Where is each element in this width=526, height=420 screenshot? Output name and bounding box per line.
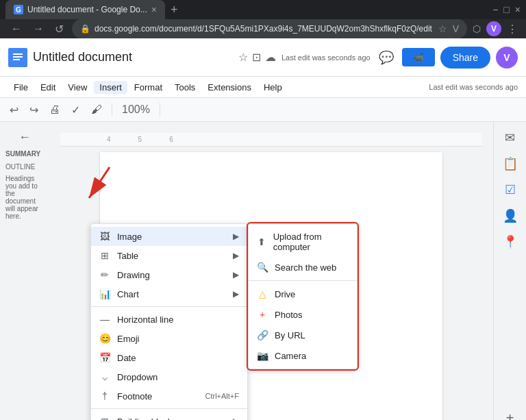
redo-button[interactable]: ↪ (25, 101, 42, 119)
bookmark-icon[interactable]: ☆ (438, 23, 447, 34)
tab-close-button[interactable]: × (151, 4, 157, 15)
last-edit-status: Last edit was seconds ago (429, 83, 518, 91)
meet-icon: 📹 (413, 52, 424, 62)
menu-item-image[interactable]: 🖼 Image ▶ (91, 227, 247, 246)
menu-item-drawing[interactable]: ✏ Drawing ▶ (91, 265, 247, 284)
submenu-drive[interactable]: △ Drive (249, 284, 357, 304)
share-button[interactable]: Share (440, 47, 490, 69)
forward-button[interactable]: → (30, 21, 47, 36)
table-arrow-icon: ▶ (233, 251, 239, 260)
new-tab-button[interactable]: + (171, 3, 178, 17)
menu-item-emoji[interactable]: 😊 Emoji (91, 329, 247, 348)
url-label: By URL (275, 330, 305, 341)
submenu-url[interactable]: 🔗 By URL (249, 325, 357, 345)
tasks-icon[interactable]: ☑ (502, 180, 518, 200)
photos-label: Photos (275, 310, 302, 320)
docs-toolbar: ↩ ↪ 🖨 ✓ 🖌 100% (0, 97, 526, 122)
star-icon[interactable]: ☆ (238, 51, 248, 64)
docs-menubar: File Edit View Insert Format Tools Exten… (0, 77, 526, 97)
drive-icon: △ (257, 288, 268, 299)
menu-view[interactable]: View (62, 81, 92, 94)
maps-icon[interactable]: 📍 (500, 232, 521, 252)
horizontal-line-icon: — (99, 314, 110, 325)
close-button[interactable]: × (515, 4, 521, 15)
ruler: 4 5 6 (60, 133, 482, 147)
cloud-icon[interactable]: ☁ (265, 51, 276, 64)
user-avatar[interactable]: V (496, 47, 518, 69)
browser-addressbar: ← → ↺ 🔒 docs.google.com/document/d/1SFQu… (0, 19, 526, 38)
back-button[interactable]: ← (8, 21, 25, 36)
drawing-arrow-icon: ▶ (233, 270, 239, 280)
camera-icon: 📷 (257, 350, 268, 361)
contacts-icon[interactable]: 👤 (500, 206, 521, 226)
toolbar-separator-1 (112, 103, 112, 116)
browser-profile-avatar[interactable]: V (486, 21, 501, 36)
comments-icon[interactable]: 💬 (376, 47, 397, 68)
panel-back-button[interactable]: ← (0, 127, 49, 147)
notes-icon[interactable]: 📋 (500, 153, 521, 174)
footnote-label: Footnote (117, 391, 198, 402)
menu-item-table[interactable]: ⊞ Table ▶ (91, 246, 247, 265)
submenu-upload[interactable]: ⬆ Upload from computer (249, 227, 357, 257)
spellcheck-button[interactable]: ✓ (67, 101, 84, 119)
drawing-menu-icon: ✏ (99, 269, 110, 280)
menu-file[interactable]: File (8, 81, 34, 94)
menu-help[interactable]: Help (258, 81, 288, 94)
paint-format-button[interactable]: 🖌 (87, 101, 106, 119)
insert-menu: 🖼 Image ▶ ⊞ Table ▶ ✏ Drawing ▶ (90, 223, 248, 420)
menu-item-dropdown[interactable]: ⌵ Dropdown (91, 367, 247, 386)
footnote-shortcut: Ctrl+Alt+F (205, 392, 239, 400)
menu-divider-2 (91, 408, 247, 409)
svg-rect-2 (13, 56, 23, 58)
date-icon: 📅 (99, 352, 110, 363)
menu-extensions[interactable]: Extensions (202, 81, 257, 94)
bookmark-doc-icon[interactable]: ⊡ (252, 51, 261, 64)
image-arrow-icon: ▶ (233, 232, 239, 241)
extensions-icon[interactable]: ⬡ (473, 23, 481, 34)
docs-header: Untitled document ☆ ⊡ ☁ Last edit was se… (0, 38, 526, 77)
menu-item-building-blocks[interactable]: ⊞ Building blocks ▶ (91, 412, 247, 420)
emoji-label: Emoji (117, 334, 239, 344)
print-button[interactable]: 🖨 (45, 101, 64, 119)
menu-edit[interactable]: Edit (35, 81, 61, 94)
profile-icon[interactable]: V (453, 23, 459, 34)
doc-title[interactable]: Untitled document (33, 50, 233, 64)
browser-tab[interactable]: G Untitled document - Google Do... × (5, 0, 165, 19)
menu-insert[interactable]: Insert (94, 81, 127, 94)
menu-tools[interactable]: Tools (169, 81, 201, 94)
table-menu-label: Table (117, 251, 226, 261)
chart-arrow-icon: ▶ (233, 289, 239, 299)
menu-item-date[interactable]: 📅 Date (91, 348, 247, 367)
submenu-photos[interactable]: + Photos (249, 304, 357, 325)
menu-format[interactable]: Format (129, 81, 168, 94)
panel-outline-hint: Headings you add to the document will ap… (0, 173, 49, 221)
svg-rect-1 (13, 53, 23, 55)
submenu-search-web[interactable]: 🔍 Search the web (249, 257, 357, 277)
doc-status: Last edit was seconds ago (281, 53, 371, 62)
tab-title: Untitled document - Google Do... (27, 5, 147, 14)
camera-label: Camera (275, 351, 306, 361)
menu-item-chart[interactable]: 📊 Chart ▶ (91, 284, 247, 304)
zoom-button[interactable]: 100% (118, 101, 154, 119)
meet-button[interactable]: 📹 (402, 48, 435, 66)
photos-icon: + (257, 309, 268, 320)
address-bar[interactable]: 🔒 docs.google.com/document/d/1SFQu5A5mi1… (72, 19, 467, 38)
add-sidebar-icon[interactable]: + (503, 408, 517, 420)
chat-icon[interactable]: ✉ (502, 127, 518, 148)
menu-item-footnote[interactable]: † Footnote Ctrl+Alt+F (91, 386, 247, 406)
upload-icon: ⬆ (257, 236, 266, 247)
reload-button[interactable]: ↺ (52, 21, 66, 37)
minimize-button[interactable]: − (492, 4, 498, 15)
search-web-icon: 🔍 (257, 262, 268, 273)
menu-item-horizontal-line[interactable]: — Horizontal line (91, 310, 247, 329)
undo-button[interactable]: ↩ (5, 101, 23, 119)
menu-icon[interactable]: ⋮ (507, 23, 518, 36)
tab-favicon: G (14, 5, 23, 14)
horizontal-line-label: Horizontal line (117, 314, 239, 325)
docs-left-panel: ← SUMMARY OUTLINE Headings you add to th… (0, 122, 49, 420)
menu-divider-1 (91, 306, 247, 307)
tab-bar: G Untitled document - Google Do... × + (5, 0, 492, 19)
maximize-button[interactable]: □ (503, 4, 509, 15)
submenu-camera[interactable]: 📷 Camera (249, 345, 357, 366)
chart-menu-label: Chart (117, 289, 226, 299)
